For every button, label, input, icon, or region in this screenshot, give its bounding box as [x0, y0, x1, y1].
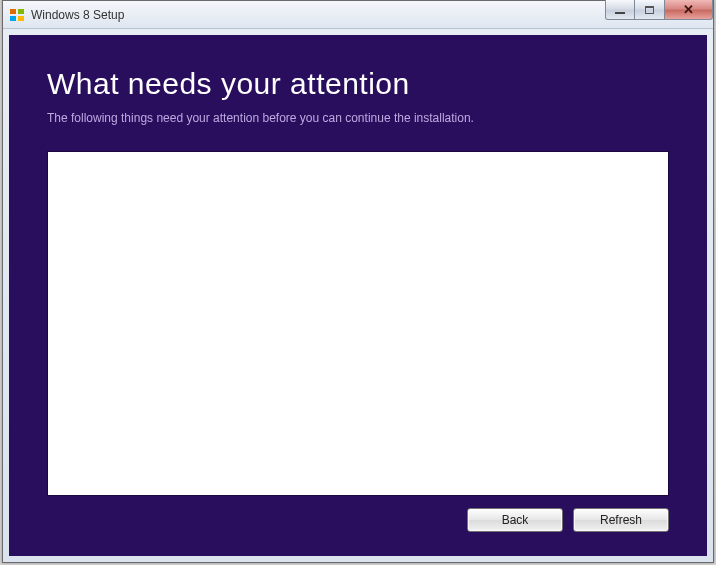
window-title: Windows 8 Setup — [31, 8, 124, 22]
setup-panel: What needs your attention The following … — [9, 35, 707, 556]
titlebar[interactable]: Windows 8 Setup ✕ — [3, 1, 713, 29]
refresh-button[interactable]: Refresh — [573, 508, 669, 532]
back-button[interactable]: Back — [467, 508, 563, 532]
minimize-icon — [615, 12, 625, 14]
close-button[interactable]: ✕ — [665, 0, 713, 20]
svg-rect-3 — [18, 16, 24, 21]
button-row: Back Refresh — [47, 508, 669, 536]
app-icon — [9, 7, 25, 23]
svg-rect-1 — [18, 9, 24, 14]
maximize-button[interactable] — [635, 0, 665, 20]
setup-window: Windows 8 Setup ✕ What needs your attent… — [2, 0, 714, 563]
maximize-icon — [645, 6, 654, 14]
page-heading: What needs your attention — [47, 67, 669, 101]
page-subheading: The following things need your attention… — [47, 111, 669, 125]
content-frame: What needs your attention The following … — [3, 29, 713, 562]
close-icon: ✕ — [683, 3, 694, 16]
attention-list — [47, 151, 669, 496]
minimize-button[interactable] — [605, 0, 635, 20]
svg-rect-0 — [10, 9, 16, 14]
window-controls: ✕ — [605, 0, 713, 20]
svg-rect-2 — [10, 16, 16, 21]
